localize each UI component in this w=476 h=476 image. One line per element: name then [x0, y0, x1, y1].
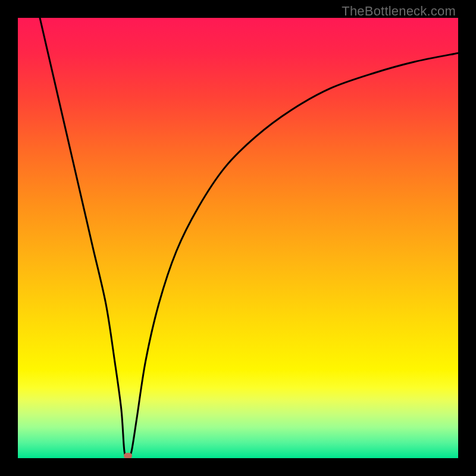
bottleneck-curve [40, 18, 458, 456]
chart-frame: TheBottleneck.com [0, 0, 476, 476]
minimum-marker [124, 453, 132, 458]
plot-area [18, 18, 458, 458]
watermark-text: TheBottleneck.com [342, 4, 456, 19]
curve-layer [18, 18, 458, 458]
